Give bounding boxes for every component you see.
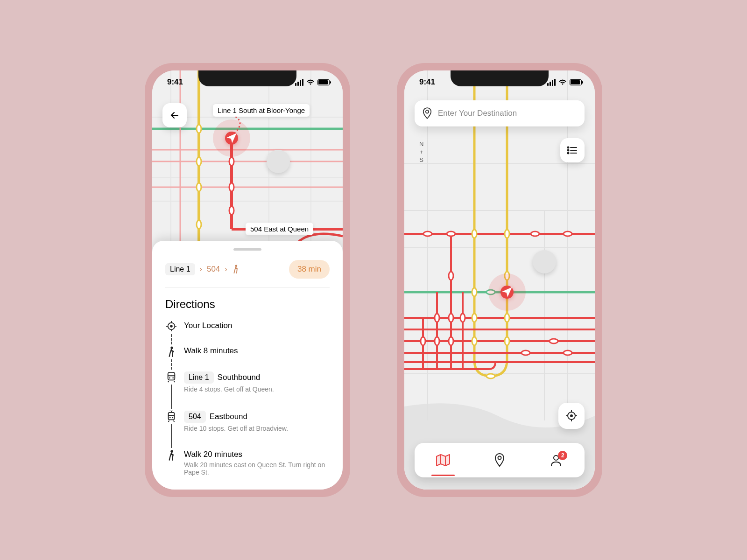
step-title: Your Location bbox=[184, 321, 232, 330]
destination-search[interactable] bbox=[415, 100, 585, 126]
svg-point-98 bbox=[498, 456, 501, 460]
svg-point-83 bbox=[426, 110, 429, 113]
step-chip: 504 bbox=[184, 411, 206, 423]
chevron-right-icon: › bbox=[200, 265, 202, 273]
directions-sheet[interactable]: Line 1 › 504 › 38 min Directions Your Lo… bbox=[152, 241, 343, 490]
battery-icon bbox=[570, 79, 582, 85]
step-title: Walk 20 minutes bbox=[184, 450, 242, 459]
svg-point-80 bbox=[550, 339, 558, 343]
status-time: 9:41 bbox=[167, 77, 183, 87]
crumb-line: Line 1 bbox=[165, 263, 195, 275]
svg-point-61 bbox=[472, 314, 477, 322]
walk-icon bbox=[232, 265, 240, 274]
wifi-icon bbox=[558, 79, 567, 85]
svg-point-15 bbox=[197, 183, 201, 191]
svg-point-17 bbox=[229, 157, 234, 166]
svg-point-86 bbox=[568, 150, 569, 151]
compass-indicator: N + S bbox=[419, 140, 423, 164]
svg-point-70 bbox=[447, 231, 455, 236]
svg-point-29 bbox=[170, 347, 173, 349]
crosshair-icon bbox=[565, 410, 578, 422]
crumb-route: 504 bbox=[207, 265, 220, 274]
route-breadcrumb: Line 1 › 504 › bbox=[165, 263, 240, 275]
arrow-left-icon bbox=[169, 110, 180, 121]
back-button[interactable] bbox=[162, 103, 187, 127]
svg-line-42 bbox=[169, 420, 169, 422]
notch bbox=[198, 70, 296, 86]
svg-point-40 bbox=[169, 417, 171, 418]
phone-map: 9:41 bbox=[397, 63, 602, 497]
step-subtitle: Ride 10 stops. Get off at Broadview. bbox=[184, 425, 330, 432]
svg-point-22 bbox=[235, 265, 237, 267]
svg-point-79 bbox=[521, 350, 530, 355]
svg-point-76 bbox=[435, 314, 439, 322]
notch bbox=[451, 70, 549, 86]
svg-point-82 bbox=[421, 337, 425, 345]
svg-point-78 bbox=[460, 314, 465, 322]
status-time: 9:41 bbox=[419, 77, 435, 87]
notification-badge: 2 bbox=[558, 451, 567, 460]
wifi-icon bbox=[306, 79, 315, 85]
direction-step: Walk 20 minutes Walk 20 minutes east on … bbox=[165, 450, 330, 481]
map-icon bbox=[436, 454, 451, 467]
svg-point-71 bbox=[531, 231, 539, 236]
svg-point-69 bbox=[423, 231, 432, 236]
step-direction: Southbound bbox=[218, 373, 261, 382]
step-title: Walk 8 minutes bbox=[184, 346, 238, 356]
tab-places[interactable] bbox=[481, 453, 518, 467]
tram-icon bbox=[166, 411, 176, 423]
target-icon bbox=[166, 321, 176, 331]
svg-point-59 bbox=[472, 230, 477, 238]
svg-rect-38 bbox=[169, 413, 175, 420]
map-poi-marker bbox=[533, 250, 556, 273]
directions-heading: Directions bbox=[165, 298, 330, 311]
svg-point-81 bbox=[564, 350, 572, 355]
step-chip: Line 1 bbox=[184, 371, 214, 384]
destination-input[interactable] bbox=[438, 109, 577, 118]
svg-point-60 bbox=[472, 288, 477, 296]
current-location-marker bbox=[500, 286, 514, 299]
current-location-marker bbox=[225, 132, 238, 145]
svg-point-77 bbox=[435, 337, 439, 345]
svg-point-24 bbox=[170, 325, 172, 327]
locate-button[interactable] bbox=[558, 403, 585, 429]
direction-step: Line 1 Southbound Ride 4 stops. Get off … bbox=[165, 371, 330, 411]
svg-point-14 bbox=[197, 157, 201, 166]
svg-point-74 bbox=[449, 314, 453, 322]
svg-point-16 bbox=[197, 220, 201, 229]
direction-step: 504 Eastbound Ride 10 stops. Get off at … bbox=[165, 411, 330, 450]
svg-line-34 bbox=[168, 381, 169, 382]
svg-point-91 bbox=[571, 415, 572, 417]
sheet-grabber[interactable] bbox=[233, 248, 261, 251]
map-poi-marker bbox=[267, 150, 290, 173]
svg-point-63 bbox=[505, 230, 509, 238]
svg-point-44 bbox=[170, 450, 173, 453]
phone-directions: 9:41 bbox=[145, 63, 350, 497]
svg-point-41 bbox=[172, 417, 173, 418]
signal-icon bbox=[547, 79, 556, 86]
svg-point-73 bbox=[449, 272, 453, 280]
duration-badge: 38 min bbox=[289, 260, 330, 279]
tab-profile[interactable]: 2 bbox=[537, 454, 575, 467]
svg-rect-30 bbox=[168, 372, 175, 380]
directions-list: Your Location Walk 8 minutes Line 1 Sout… bbox=[165, 321, 330, 481]
step-subtitle: Ride 4 stops. Get off at Queen. bbox=[184, 385, 330, 393]
svg-point-13 bbox=[197, 125, 201, 133]
direction-step: Your Location bbox=[165, 321, 330, 346]
walk-icon bbox=[167, 346, 176, 357]
pin-icon bbox=[422, 107, 432, 119]
svg-point-75 bbox=[449, 337, 453, 345]
pin-icon bbox=[494, 453, 505, 467]
direction-step: Walk 8 minutes bbox=[165, 346, 330, 371]
svg-line-43 bbox=[174, 420, 175, 422]
svg-point-19 bbox=[229, 206, 234, 215]
svg-point-66 bbox=[505, 337, 509, 345]
svg-point-67 bbox=[486, 374, 495, 378]
step-subtitle: Walk 20 minutes east on Queen St. Turn r… bbox=[184, 461, 330, 476]
tab-bar: 2 bbox=[415, 443, 585, 477]
svg-point-88 bbox=[568, 153, 569, 154]
tab-map[interactable] bbox=[424, 454, 462, 467]
svg-line-35 bbox=[174, 381, 175, 382]
layers-button[interactable] bbox=[560, 138, 585, 162]
svg-point-84 bbox=[568, 147, 569, 148]
